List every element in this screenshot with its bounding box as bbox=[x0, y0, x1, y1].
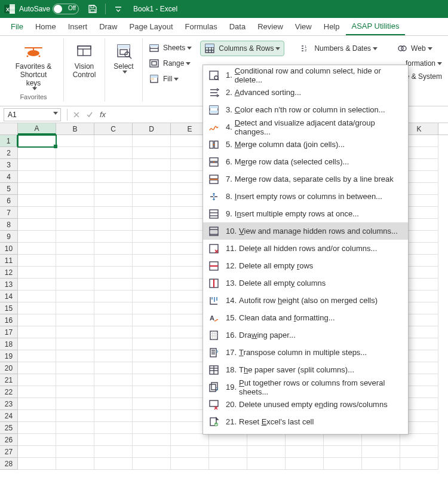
cell[interactable] bbox=[18, 386, 56, 398]
cell[interactable] bbox=[94, 386, 133, 398]
cell[interactable] bbox=[18, 255, 56, 267]
row-header[interactable]: 20 bbox=[0, 362, 18, 374]
enter-formula-button[interactable] bbox=[83, 108, 96, 121]
cell[interactable] bbox=[133, 267, 171, 279]
cell[interactable] bbox=[56, 135, 94, 147]
cell[interactable] bbox=[56, 279, 94, 291]
cell[interactable] bbox=[18, 350, 56, 362]
cell[interactable] bbox=[400, 446, 438, 458]
cell[interactable] bbox=[56, 314, 94, 326]
column-header[interactable]: B bbox=[56, 123, 94, 134]
cell[interactable] bbox=[56, 326, 94, 338]
tab-draw[interactable]: Draw bbox=[93, 18, 123, 35]
cell[interactable] bbox=[94, 326, 133, 338]
menu-item[interactable]: 17.Transpose column in multiple steps... bbox=[203, 344, 408, 361]
range-button[interactable]: Range bbox=[145, 56, 195, 71]
tab-asap-utilities[interactable]: ASAP Utilities bbox=[346, 18, 406, 35]
cell[interactable] bbox=[133, 410, 171, 422]
cell[interactable] bbox=[94, 171, 133, 183]
cell[interactable] bbox=[94, 302, 133, 314]
tab-page-layout[interactable]: Page Layout bbox=[124, 18, 179, 35]
tab-formulas[interactable]: Formulas bbox=[179, 18, 223, 35]
cell[interactable] bbox=[94, 267, 133, 279]
column-header[interactable]: A bbox=[18, 123, 56, 134]
cell[interactable] bbox=[56, 446, 94, 458]
columns-rows-button[interactable]: Columns & Rows bbox=[200, 41, 284, 56]
cell[interactable] bbox=[18, 183, 56, 195]
cell[interactable] bbox=[133, 302, 171, 314]
cell[interactable] bbox=[286, 458, 324, 470]
cell[interactable] bbox=[133, 159, 171, 171]
row-header[interactable]: 26 bbox=[0, 434, 18, 446]
cell[interactable] bbox=[133, 195, 171, 207]
cell[interactable] bbox=[133, 338, 171, 350]
cell[interactable] bbox=[56, 147, 94, 159]
cell[interactable] bbox=[94, 338, 133, 350]
row-header[interactable]: 18 bbox=[0, 338, 18, 350]
cell[interactable] bbox=[362, 458, 400, 470]
cell[interactable] bbox=[94, 291, 133, 302]
cell[interactable] bbox=[56, 374, 94, 386]
web-button[interactable]: Web bbox=[393, 41, 435, 56]
cell[interactable] bbox=[94, 458, 133, 470]
cell[interactable] bbox=[18, 279, 56, 291]
row-header[interactable]: 3 bbox=[0, 159, 18, 171]
cell[interactable] bbox=[18, 422, 56, 434]
cell[interactable] bbox=[247, 458, 286, 470]
cell[interactable] bbox=[171, 434, 209, 446]
row-header[interactable]: 15 bbox=[0, 302, 18, 314]
cell[interactable] bbox=[400, 458, 438, 470]
cell[interactable] bbox=[209, 458, 247, 470]
cell[interactable] bbox=[133, 434, 171, 446]
cell[interactable] bbox=[56, 207, 94, 219]
row-header[interactable]: 4 bbox=[0, 171, 18, 183]
cell[interactable] bbox=[324, 434, 362, 446]
cell[interactable] bbox=[324, 458, 362, 470]
row-header[interactable]: 21 bbox=[0, 374, 18, 386]
cell[interactable] bbox=[133, 446, 171, 458]
cell[interactable] bbox=[133, 135, 171, 147]
cell[interactable] bbox=[247, 434, 286, 446]
menu-item[interactable]: 11.Delete all hidden rows and/or columns… bbox=[203, 240, 408, 257]
cell[interactable] bbox=[18, 302, 56, 314]
row-header[interactable]: 25 bbox=[0, 422, 18, 434]
cell[interactable] bbox=[56, 410, 94, 422]
cell[interactable] bbox=[247, 446, 286, 458]
cell[interactable] bbox=[133, 350, 171, 362]
row-header[interactable]: 23 bbox=[0, 398, 18, 410]
row-header[interactable]: 1 bbox=[0, 135, 18, 147]
fx-button[interactable]: fx bbox=[96, 108, 109, 121]
menu-item[interactable]: 12.Delete all empty rows bbox=[203, 257, 408, 274]
menu-item[interactable]: 10.View and manage hidden rows and colum… bbox=[203, 222, 408, 240]
cell[interactable] bbox=[56, 171, 94, 183]
cell[interactable] bbox=[18, 326, 56, 338]
cell[interactable] bbox=[18, 243, 56, 255]
tab-help[interactable]: Help bbox=[318, 18, 346, 35]
cell[interactable] bbox=[171, 446, 209, 458]
cell[interactable] bbox=[18, 231, 56, 243]
menu-item[interactable]: 20.Delete unused empty ending rows/colum… bbox=[203, 396, 408, 413]
cell[interactable] bbox=[94, 422, 133, 434]
cell[interactable] bbox=[18, 362, 56, 374]
cell[interactable] bbox=[56, 350, 94, 362]
row-header[interactable]: 9 bbox=[0, 231, 18, 243]
menu-item[interactable]: 21.Reset Excel's last cell bbox=[203, 413, 408, 430]
customize-qat-button[interactable] bbox=[111, 2, 126, 16]
menu-item[interactable]: 14.Autofit row height (also on merged ce… bbox=[203, 292, 408, 309]
cell[interactable] bbox=[56, 195, 94, 207]
cell[interactable] bbox=[18, 291, 56, 302]
cell[interactable] bbox=[133, 374, 171, 386]
cell[interactable] bbox=[18, 374, 56, 386]
cell[interactable] bbox=[133, 386, 171, 398]
cell[interactable] bbox=[56, 243, 94, 255]
cell[interactable] bbox=[56, 302, 94, 314]
row-header[interactable]: 17 bbox=[0, 326, 18, 338]
tab-data[interactable]: Data bbox=[223, 18, 251, 35]
autosave-toggle[interactable]: Off bbox=[53, 4, 79, 14]
row-header[interactable]: 19 bbox=[0, 350, 18, 362]
cell[interactable] bbox=[133, 255, 171, 267]
row-header[interactable]: 12 bbox=[0, 267, 18, 279]
row-header[interactable]: 10 bbox=[0, 243, 18, 255]
column-header[interactable]: D bbox=[133, 123, 171, 134]
cell[interactable] bbox=[171, 458, 209, 470]
